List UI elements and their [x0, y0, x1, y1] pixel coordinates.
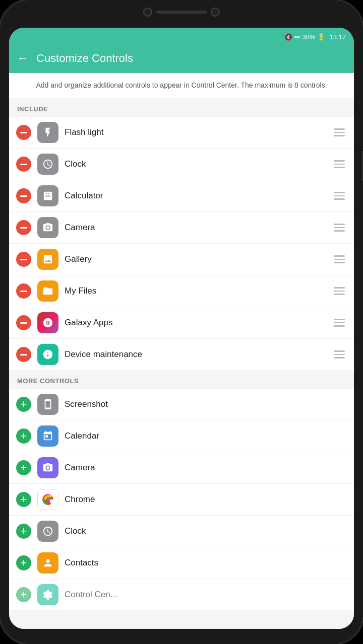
sensor [211, 8, 220, 17]
drag-handle-my-files[interactable] [332, 285, 347, 297]
my-files-label: My Files [65, 286, 326, 296]
camera-icon [37, 217, 58, 238]
drag-handle-gallery[interactable] [332, 253, 347, 265]
list-item: + Chrome [9, 484, 354, 516]
top-bar: ← Customize Controls [9, 46, 354, 73]
control-center-icon [37, 584, 58, 605]
clock-icon [37, 154, 58, 175]
gallery-icon [37, 249, 58, 270]
battery-percent: 38% [302, 33, 315, 41]
screenshot-icon [37, 394, 58, 415]
front-camera-area [143, 8, 220, 17]
remove-clock-button[interactable] [16, 157, 31, 172]
back-button[interactable]: ← [17, 53, 28, 64]
phone-frame: 🔇 ▪▪▪ 38% 🔋 13:17 ← Customize Controls A… [0, 0, 363, 644]
list-item: + Screenshot [9, 389, 354, 420]
content-area: INCLUDE Flash light [9, 98, 354, 629]
clock2-label: Clock [65, 526, 347, 536]
more-controls-list: + Screenshot + Calendar + [9, 389, 354, 610]
control-center-label: Control Cen... [65, 590, 347, 600]
remove-galaxy-apps-button[interactable] [16, 315, 31, 330]
include-section-header: INCLUDE [9, 98, 354, 117]
remove-my-files-button[interactable] [16, 283, 31, 299]
more-controls-section-header: MORE CONTROLS [9, 370, 354, 389]
add-chrome-button[interactable]: + [16, 492, 31, 507]
remove-calculator-button[interactable] [16, 188, 31, 203]
clock-label: Clock [65, 159, 326, 169]
list-item: Clock [9, 149, 354, 180]
my-files-icon [37, 280, 58, 302]
list-item: + Calendar [9, 420, 354, 452]
device-maintenance-label: Device maintenance [65, 349, 326, 360]
remove-camera-button[interactable] [16, 220, 31, 235]
camera-label: Camera [65, 223, 326, 233]
time: 13:17 [329, 33, 346, 41]
include-list: Flash light Clock [9, 117, 354, 370]
signal-icon: ▪▪▪ [294, 34, 300, 40]
remove-device-maintenance-button[interactable] [16, 347, 31, 362]
chrome-icon [37, 489, 58, 510]
device-maintenance-icon [37, 344, 58, 365]
battery-icon: 🔋 [317, 33, 325, 41]
flash-light-icon [37, 122, 58, 143]
calculator-label: Calculator [65, 191, 326, 201]
description-text: Add and organize additional controls to … [9, 73, 354, 98]
list-item: My Files [9, 275, 354, 307]
page-title: Customize Controls [36, 52, 133, 65]
list-item: + Control Cen... [9, 579, 354, 610]
add-screenshot-button[interactable]: + [16, 397, 31, 412]
drag-handle-clock[interactable] [332, 158, 347, 170]
calculator-icon [37, 185, 58, 206]
drag-handle-camera[interactable] [332, 222, 347, 234]
contacts-label: Contacts [65, 558, 347, 568]
add-calendar-button[interactable]: + [16, 428, 31, 444]
camera2-icon [37, 457, 58, 478]
front-camera [143, 8, 152, 17]
list-item: Flash light [9, 117, 354, 149]
add-clock2-button[interactable]: + [16, 524, 31, 539]
speaker-grille [156, 11, 207, 14]
list-item: + Camera [9, 452, 354, 484]
flash-light-label: Flash light [65, 127, 326, 137]
screenshot-label: Screenshot [65, 399, 347, 409]
phone-screen: 🔇 ▪▪▪ 38% 🔋 13:17 ← Customize Controls A… [9, 28, 354, 629]
list-item: Camera [9, 212, 354, 244]
list-item: + Clock [9, 516, 354, 547]
galaxy-apps-label: Galaxy Apps [65, 318, 326, 328]
list-item: Device maintenance [9, 339, 354, 370]
status-bar: 🔇 ▪▪▪ 38% 🔋 13:17 [9, 28, 354, 46]
galaxy-apps-icon [37, 312, 58, 333]
drag-handle-device-maintenance[interactable] [332, 348, 347, 361]
list-item: Gallery [9, 244, 354, 275]
drag-handle-galaxy-apps[interactable] [332, 317, 347, 329]
add-camera2-button[interactable]: + [16, 460, 31, 475]
drag-handle-flash-light[interactable] [332, 126, 347, 138]
clock2-icon [37, 521, 58, 542]
status-icons: 🔇 ▪▪▪ 38% 🔋 13:17 [284, 33, 346, 41]
gallery-label: Gallery [65, 254, 326, 264]
list-item: Calculator [9, 180, 354, 212]
drag-handle-calculator[interactable] [332, 190, 347, 202]
list-item: + Contacts [9, 547, 354, 579]
remove-gallery-button[interactable] [16, 252, 31, 267]
list-item: Galaxy Apps [9, 307, 354, 339]
camera2-label: Camera [65, 463, 347, 473]
add-contacts-button[interactable]: + [16, 555, 31, 570]
chrome-label: Chrome [65, 494, 347, 505]
remove-flash-light-button[interactable] [16, 125, 31, 140]
add-control-center-button[interactable]: + [16, 587, 31, 602]
calendar-label: Calendar [65, 431, 347, 441]
calendar-icon [37, 425, 58, 447]
contacts-icon [37, 552, 58, 574]
mute-icon: 🔇 [284, 33, 292, 41]
